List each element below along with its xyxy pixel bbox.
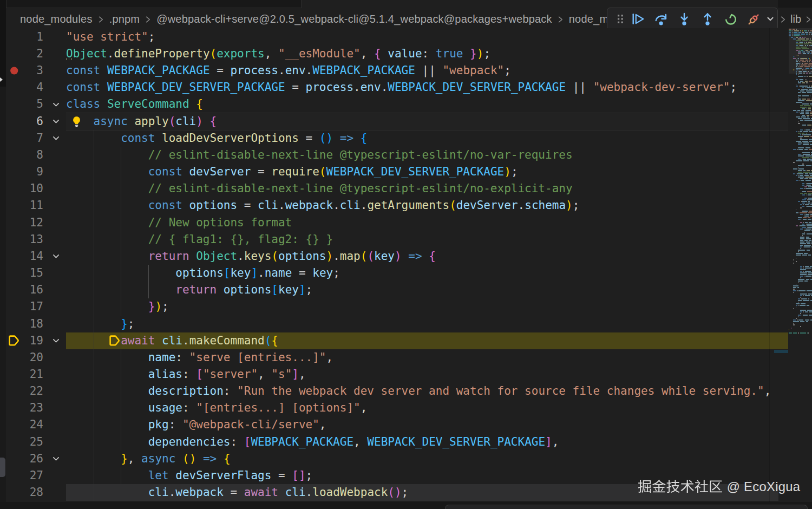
debug-restart-button[interactable] (719, 9, 742, 29)
breadcrumb-item[interactable]: lib (790, 13, 801, 25)
line-number[interactable]: 9 (11, 164, 43, 180)
minimap-line (789, 136, 812, 137)
minimap-token (803, 53, 806, 54)
minimap-token (800, 276, 803, 277)
minimap-token (802, 224, 804, 225)
line-number[interactable]: 6 (11, 113, 43, 130)
chevron-down-icon (765, 14, 776, 24)
code-token-variable: value (388, 47, 422, 60)
line-number[interactable]: 17 (11, 298, 43, 315)
line-number[interactable]: 21 (11, 366, 43, 383)
line-number[interactable]: 8 (11, 147, 43, 164)
fold-chevron-icon[interactable] (50, 248, 62, 265)
editor-gutter[interactable]: 1234567891011121314151617181920212223242… (6, 28, 66, 502)
minimap-line (789, 298, 812, 299)
line-number[interactable]: 13 (11, 231, 43, 248)
minimap-token (802, 144, 802, 145)
code-line: alias: ["server", "s"], (66, 366, 306, 383)
debug-continue-button[interactable] (626, 9, 650, 29)
fold-chevron-icon[interactable] (50, 113, 62, 130)
breakpoint-icon[interactable] (8, 64, 21, 79)
fold-chevron-icon[interactable] (50, 332, 62, 349)
fold-chevron-icon[interactable] (50, 451, 62, 467)
minimap-token (798, 73, 798, 74)
line-number[interactable]: 14 (11, 248, 43, 265)
debug-session-chevron-button[interactable] (763, 9, 777, 29)
minimap-token (805, 37, 806, 38)
minimap-token (800, 175, 803, 176)
fold-chevron-icon[interactable] (50, 96, 62, 113)
code-editor[interactable]: 1234567891011121314151617181920212223242… (6, 28, 812, 502)
minimap-line (789, 165, 812, 166)
minimap[interactable] (789, 28, 812, 502)
minimap-line (789, 120, 812, 121)
line-number[interactable]: 16 (11, 282, 43, 298)
debug-step-into-button[interactable] (673, 9, 696, 29)
line-number[interactable]: 27 (11, 467, 43, 484)
code-token-punctuation: . (353, 81, 361, 94)
line-number[interactable]: 25 (11, 434, 43, 451)
line-number[interactable]: 26 (11, 451, 43, 467)
line-number[interactable]: 20 (11, 349, 43, 366)
line-number[interactable]: 23 (11, 400, 43, 416)
minimap-line (789, 139, 812, 140)
toolbar-drag-grip-icon[interactable] (617, 13, 624, 25)
minimap-token (797, 149, 798, 150)
minimap-line (789, 250, 812, 251)
debug-disconnect-button[interactable] (742, 9, 765, 29)
line-number[interactable]: 5 (11, 96, 43, 113)
minimap-line (789, 199, 812, 200)
line-number[interactable]: 28 (11, 484, 43, 501)
minimap-line (789, 319, 812, 321)
tab-remnant[interactable] (6, 0, 302, 8)
minimap-token (801, 47, 807, 48)
minimap-token (798, 175, 799, 176)
line-number[interactable]: 4 (11, 79, 43, 96)
minimap-line (789, 56, 812, 57)
minimap-token (808, 194, 811, 195)
lightbulb-icon[interactable] (70, 115, 83, 130)
minimap-token (800, 138, 802, 139)
minimap-token (800, 295, 802, 296)
debug-step-over-button[interactable] (650, 9, 673, 29)
minimap-token (803, 295, 804, 296)
minimap-token (802, 115, 805, 116)
code-token-bracket3: [ (271, 283, 278, 296)
line-number[interactable]: 2 (11, 45, 43, 62)
minimap-token (808, 298, 809, 299)
minimap-token (798, 290, 806, 291)
line-number[interactable]: 24 (11, 416, 43, 433)
minimap-token (796, 45, 798, 46)
line-number[interactable]: 10 (11, 180, 43, 197)
minimap-token (804, 232, 805, 233)
indentation (66, 351, 148, 364)
left-rail-scroll-thumb[interactable] (0, 458, 5, 477)
line-number[interactable]: 1 (11, 29, 43, 45)
line-number[interactable]: 12 (11, 214, 43, 231)
line-number[interactable]: 11 (11, 197, 43, 214)
minimap-token (793, 162, 794, 163)
fold-chevron-icon[interactable] (50, 130, 62, 147)
indentation (66, 216, 148, 229)
code-token-keyword: class (66, 97, 100, 110)
breadcrumb-item[interactable]: .pnpm (109, 13, 140, 25)
line-number[interactable]: 15 (11, 265, 43, 282)
minimap-token (806, 73, 808, 74)
debug-step-out-button[interactable] (696, 9, 719, 29)
minimap-token (798, 38, 805, 40)
minimap-line (789, 167, 812, 168)
code-token-variable: options (189, 199, 238, 212)
minimap-token (807, 199, 808, 200)
minimap-token (807, 51, 808, 53)
code-line: const options = cli.webpack.cli.getArgum… (66, 197, 579, 214)
minimap-token (806, 321, 808, 322)
minimap-line (789, 331, 812, 332)
line-number[interactable]: 18 (11, 316, 43, 332)
line-number[interactable]: 7 (11, 130, 43, 147)
line-number[interactable]: 22 (11, 383, 43, 400)
minimap-line (789, 144, 812, 145)
breadcrumb-item[interactable]: @webpack-cli+serve@2.0.5_webpack-cli@5.1… (156, 13, 552, 25)
code-line: options[key].name = key; (66, 265, 340, 282)
breadcrumb-item[interactable]: node_modules (20, 13, 93, 25)
minimap-token (802, 125, 806, 126)
